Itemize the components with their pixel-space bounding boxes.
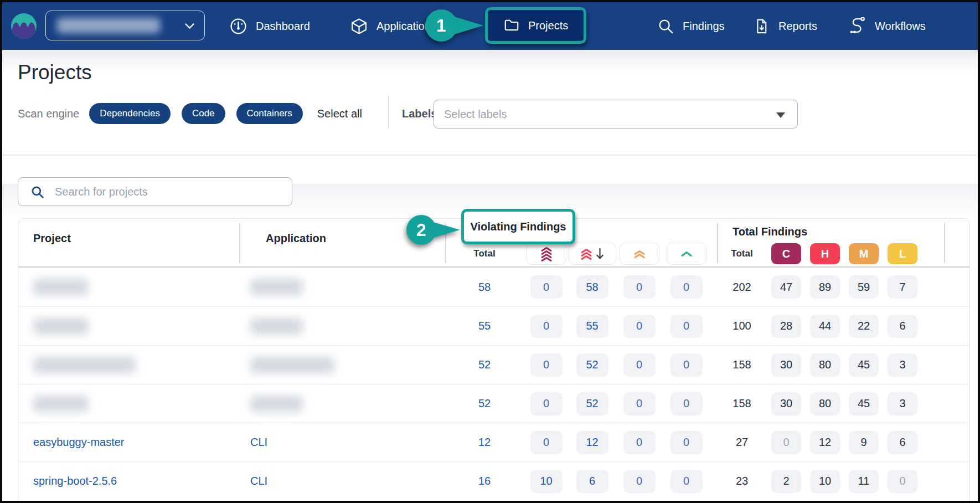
page-title: Projects xyxy=(18,61,92,84)
violating-high[interactable]: 55 xyxy=(576,315,608,338)
table-row[interactable]: 52 0 52 0 0 158 30 80 45 3 xyxy=(18,345,969,384)
table-row[interactable]: spring-boot-2.5.6 CLI 16 10 6 0 0 23 2 1… xyxy=(18,461,969,500)
violating-critical[interactable]: 0 xyxy=(530,275,563,299)
violating-low[interactable]: 0 xyxy=(670,315,703,338)
nav-item-projects[interactable]: Projects xyxy=(485,7,586,44)
project-cell: easybuggy-master xyxy=(18,436,239,449)
violating-critical[interactable]: 0 xyxy=(530,392,563,415)
labels-select-input[interactable] xyxy=(434,100,797,128)
findings-medium: 45 xyxy=(849,353,879,377)
project-cell xyxy=(18,279,239,295)
project-link[interactable]: spring-boot-2.5.6 xyxy=(33,475,117,487)
sort-medium-button[interactable] xyxy=(620,243,659,265)
findings-high: 10 xyxy=(810,470,840,493)
application-link[interactable]: CLI xyxy=(250,436,267,448)
nav-item-findings[interactable]: Findings xyxy=(657,2,725,50)
sort-high-button[interactable] xyxy=(569,243,616,265)
violating-findings-highlight: Violating Findings xyxy=(461,209,575,244)
nav-label-workflows: Workflows xyxy=(875,20,926,33)
violating-medium[interactable]: 0 xyxy=(623,470,656,493)
filter-pill-code[interactable]: Code xyxy=(182,103,225,124)
violating-low[interactable]: 0 xyxy=(670,275,703,299)
violating-high[interactable]: 52 xyxy=(576,353,608,377)
findings-total: 100 xyxy=(733,320,751,332)
badge-critical[interactable]: C xyxy=(771,243,801,264)
findings-medium: 22 xyxy=(849,315,879,338)
findings-high: 44 xyxy=(810,315,840,338)
violating-low[interactable]: 0 xyxy=(670,392,703,415)
violating-critical[interactable]: 0 xyxy=(530,353,563,377)
mend-logo-icon[interactable] xyxy=(11,13,37,39)
project-cell xyxy=(18,396,239,412)
violating-low[interactable]: 0 xyxy=(670,431,703,454)
violating-total[interactable]: 12 xyxy=(478,436,491,449)
badge-medium[interactable]: M xyxy=(849,243,879,264)
violating-total-label[interactable]: Total xyxy=(445,248,524,259)
findings-medium: 9 xyxy=(849,431,879,454)
nav-item-reports[interactable]: Reports xyxy=(753,2,817,50)
organization-dropdown[interactable] xyxy=(45,11,205,40)
violating-low[interactable]: 0 xyxy=(670,470,703,493)
search-icon xyxy=(30,185,45,199)
violating-critical[interactable]: 0 xyxy=(530,315,563,338)
findings-total-label[interactable]: Total xyxy=(717,248,767,259)
low-chevron-icon xyxy=(680,251,693,257)
violating-medium[interactable]: 0 xyxy=(623,431,656,454)
violating-total[interactable]: 52 xyxy=(478,397,491,410)
table-row[interactable]: 55 0 55 0 0 100 28 44 22 6 xyxy=(18,306,969,345)
top-nav: Dashboard Applications Projects 1 xyxy=(2,2,978,50)
table-body: 58 0 58 0 0 202 47 89 59 7 55 0 55 0 0 1… xyxy=(18,268,969,500)
findings-medium: 11 xyxy=(849,470,879,493)
violating-medium[interactable]: 0 xyxy=(623,353,656,377)
table-row[interactable]: 58 0 58 0 0 202 47 89 59 7 xyxy=(18,268,969,306)
application-cell xyxy=(239,318,445,335)
violating-total[interactable]: 16 xyxy=(478,475,491,487)
violating-low[interactable]: 0 xyxy=(670,353,703,377)
project-cell xyxy=(18,318,239,335)
search-input[interactable] xyxy=(18,178,292,206)
filter-pill-containers[interactable]: Containers xyxy=(236,103,303,124)
application-link[interactable]: CLI xyxy=(250,475,267,487)
table-row[interactable]: easybuggy-master CLI 12 0 12 0 0 27 0 12… xyxy=(18,423,969,461)
findings-high: 80 xyxy=(810,353,840,377)
select-all-link[interactable]: Select all xyxy=(317,107,362,120)
violating-high[interactable]: 12 xyxy=(576,431,608,454)
application-cell: CLI xyxy=(239,436,445,449)
violating-medium[interactable]: 0 xyxy=(623,392,656,415)
findings-critical: 2 xyxy=(771,470,801,493)
project-link[interactable]: easybuggy-master xyxy=(33,436,125,448)
sort-critical-button[interactable] xyxy=(527,243,566,265)
violating-high[interactable]: 6 xyxy=(576,470,608,493)
violating-critical[interactable]: 10 xyxy=(530,470,563,493)
labels-select[interactable] xyxy=(434,100,798,129)
table-row[interactable]: 52 0 52 0 0 158 30 80 45 3 xyxy=(18,384,969,423)
violating-medium[interactable]: 0 xyxy=(623,315,656,338)
redacted-text xyxy=(250,318,303,335)
nav-item-dashboard[interactable]: Dashboard xyxy=(229,2,310,50)
violating-total[interactable]: 52 xyxy=(478,358,491,371)
findings-total: 158 xyxy=(733,397,751,410)
violating-medium[interactable]: 0 xyxy=(623,275,656,299)
project-search[interactable] xyxy=(18,177,292,206)
violating-total[interactable]: 58 xyxy=(478,281,491,294)
violating-critical[interactable]: 0 xyxy=(530,431,563,454)
col-header-total-findings: Total Findings xyxy=(733,225,807,238)
findings-low: 0 xyxy=(888,470,917,493)
dropdown-caret-icon xyxy=(776,112,785,118)
violating-high[interactable]: 52 xyxy=(576,392,608,415)
nav-item-workflows[interactable]: Workflows xyxy=(848,2,926,50)
badge-low[interactable]: L xyxy=(888,243,917,264)
annotation-step-1: 1 xyxy=(416,4,486,47)
filter-pill-dependencies[interactable]: Dependencies xyxy=(89,103,171,124)
violating-total[interactable]: 55 xyxy=(478,320,491,332)
nav-label-findings: Findings xyxy=(683,20,725,33)
badge-high[interactable]: H xyxy=(810,243,840,264)
search-icon xyxy=(657,18,674,35)
sort-low-button[interactable] xyxy=(667,243,706,265)
redacted-org-name xyxy=(57,18,160,33)
findings-low: 6 xyxy=(888,315,917,338)
violating-high[interactable]: 58 xyxy=(576,275,608,299)
findings-total: 23 xyxy=(736,475,748,487)
findings-medium: 45 xyxy=(849,392,879,415)
findings-critical: 30 xyxy=(771,353,801,377)
